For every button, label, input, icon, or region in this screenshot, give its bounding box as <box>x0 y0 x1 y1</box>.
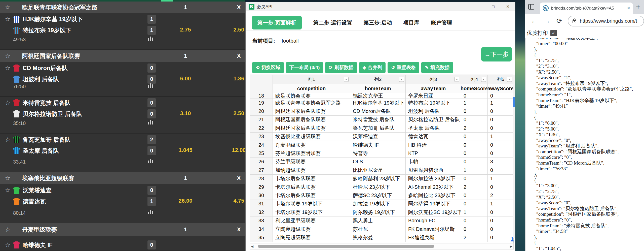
row-number: 22 <box>250 124 273 132</box>
home-team-name: 沃莱塔迪查 <box>23 186 52 194</box>
away-score: 1 <box>147 26 156 35</box>
favorite-star-icon[interactable]: ☆ <box>5 175 11 181</box>
match-row: ☆鲁瓦芝加哥 后备队2圣太摩 后备队01.04512.0033:41 <box>0 134 245 172</box>
toolbar-button-切换区域[interactable]: ⟲切换区域 <box>252 62 284 73</box>
corner-cell <box>250 75 273 84</box>
filter-dropdown-icon[interactable]: ▾ <box>399 77 404 82</box>
toolbar-button-刷新数据[interactable]: ⟳刷新数据 <box>325 62 357 73</box>
toolbar-button-重置表格[interactable]: ↺重置表格 <box>388 62 419 73</box>
close-button[interactable]: ✕ <box>501 2 515 11</box>
json-line: ″awayTeam″: ″特拉布宗 19岁以下″, <box>532 81 644 86</box>
table-cell: 0 <box>461 107 488 115</box>
table-cell: 0 <box>461 93 488 99</box>
toolbar-button-合并列[interactable]: ◈合并列 <box>359 62 386 73</box>
home-jersey-icon <box>13 136 20 143</box>
tab-第二步:运行设置[interactable]: 第二步:运行设置 <box>313 19 352 26</box>
odds-column-header-x: X <box>226 53 245 59</box>
tab-list-icon[interactable] <box>528 4 534 10</box>
current-project-row: 当前项目: football <box>252 36 299 45</box>
tab-项目库[interactable]: 项目库 <box>403 19 419 26</box>
column-divider <box>160 184 160 223</box>
next-step-button[interactable]: →下一步 <box>481 47 512 61</box>
odds-1-button[interactable]: 2.75 <box>170 26 201 33</box>
league-title: 丹麦甲级联赛 <box>22 226 57 233</box>
filter-dropdown-icon[interactable]: ▾ <box>507 77 512 82</box>
json-line: ″1″: ″1.045″, <box>532 246 644 251</box>
stats-bars-icon[interactable] <box>148 83 153 88</box>
stats-bars-icon[interactable] <box>148 120 153 124</box>
vertical-scroll-thumb[interactable] <box>513 97 515 107</box>
table-vertical-scrollbar[interactable] <box>513 75 515 238</box>
odds-x-button[interactable]: 1.36 <box>226 75 245 82</box>
table-cell: 贝尔格拉诺防卫 后备队 <box>406 116 461 124</box>
home-score: 2 <box>147 135 156 144</box>
odds-1-button[interactable]: 1.045 <box>170 147 201 153</box>
address-bar[interactable]: https://www.bringds.com/t <box>568 16 644 26</box>
odds-x-button[interactable]: 2.50 <box>226 26 245 33</box>
toolbar-button-下一布局 (3/4)[interactable]: 下一布局 (3/4) <box>286 62 323 73</box>
maximize-button[interactable]: □ <box>486 2 501 11</box>
table-cell: 辛罗米日亚 <box>406 93 461 99</box>
stats-bars-icon[interactable] <box>148 210 153 214</box>
odds-x-button[interactable]: 4.75 <box>226 198 245 204</box>
odds-x-button[interactable]: 2.50 <box>226 110 245 117</box>
odds-1-button[interactable]: 26.00 <box>170 198 201 204</box>
minimize-button[interactable]: — <box>471 2 486 11</box>
forward-icon[interactable]: → <box>544 17 550 25</box>
league-header-row: ☆欧足联青年联赛协会冠军之路1X <box>0 2 245 13</box>
home-score: 0 <box>147 98 156 107</box>
browser-tab[interactable]: W bringds.com/tableX/data?key=A5 ✕ <box>540 3 633 14</box>
scroll-left-arrow-icon[interactable]: ◀ <box>250 244 254 248</box>
table-horizontal-scrollbar[interactable]: ◀ ▶ <box>250 243 514 249</box>
stats-bars-icon[interactable] <box>148 36 153 41</box>
match-row: ☆沃莱塔迪查0德雷达瓦126.004.7580:14 <box>0 184 245 223</box>
pagination-page-1[interactable]: 1 <box>511 236 514 242</box>
app-icon: B <box>249 4 254 10</box>
match-timer: 49:53 <box>13 37 26 43</box>
horizontal-scroll-thumb[interactable] <box>258 245 434 248</box>
table-cell: 1 <box>461 208 488 216</box>
window-titlebar[interactable]: B 必灵API — □ ✕ <box>246 2 515 11</box>
odds-x-button[interactable]: 12.00 <box>226 147 245 153</box>
odds-1-button[interactable]: 6.00 <box>170 75 201 82</box>
table-cell: 0 <box>488 107 513 115</box>
new-tab-button[interactable]: + <box>636 3 640 11</box>
scroll-right-arrow-icon[interactable]: ▶ <box>509 244 513 248</box>
toolbar-button-填充数据[interactable]: ✎填充数据 <box>421 62 453 73</box>
tab-第一步:页面解析[interactable]: 第一步:页面解析 <box>252 16 302 29</box>
filter-dropdown-icon[interactable]: ▾ <box>454 77 459 82</box>
table-cell: 1 <box>488 133 513 141</box>
table-cell: 2 <box>461 124 488 132</box>
filter-dropdown-icon[interactable]: ▾ <box>481 77 486 82</box>
league-header-row: ☆阿根廷国家后备队联赛1X <box>0 50 245 62</box>
table-cell: 比比亚尼金星 <box>350 166 406 174</box>
json-line: ″awayScore″: ″1″, <box>532 75 644 81</box>
home-team-name: HJK赫尔辛基 19岁以下 <box>23 15 83 23</box>
table-cell: 多哈阿赫利 23岁以下 <box>350 175 406 183</box>
json-line: ″X″: ″1.36″, <box>532 132 644 138</box>
horizontal-scroll-track[interactable] <box>254 245 509 248</box>
table-cell: 阿尔沃克拉SC 19岁以下 <box>406 208 461 216</box>
favorite-star-icon[interactable]: ☆ <box>5 4 11 10</box>
favorite-star-icon[interactable]: ☆ <box>5 226 11 233</box>
table-cell: 0 <box>488 116 513 124</box>
close-tab-icon[interactable]: ✕ <box>627 6 630 11</box>
favorite-star-icon[interactable]: ☆ <box>5 52 11 59</box>
json-line: ″competition″: ″阿根廷国家后备队联赛″, <box>532 211 644 217</box>
table-cell: 特拉布宗 19岁以下 <box>406 99 461 107</box>
table-cell: 阿尔加拉法 23岁以下 <box>406 175 461 183</box>
quality-print-checkbox[interactable]: ✓ <box>550 30 557 36</box>
toolbar-button-icon: ↺ <box>391 65 395 70</box>
back-icon[interactable]: ← <box>531 17 538 25</box>
reload-icon[interactable]: ⟳ <box>556 17 562 25</box>
json-line: ″awayScore″: ″0″, <box>532 138 644 143</box>
odds-1-button[interactable]: 3.10 <box>170 110 201 117</box>
table-row: 21阿根廷国家后备队联赛米特雷竞技 后备队贝尔格拉诺防卫 后备队00 <box>250 116 513 124</box>
away-team-name: 特拉布宗 19岁以下 <box>23 26 71 34</box>
tab-账户管理[interactable]: 账户管理 <box>431 19 452 26</box>
stats-bars-icon[interactable] <box>148 159 153 163</box>
window-title: 必灵API <box>257 4 272 10</box>
filter-dropdown-icon[interactable]: ▾ <box>344 77 349 82</box>
table-cell: 卡塔尔后备队联赛 <box>273 175 350 183</box>
tab-第三步:启动[interactable]: 第三步:启动 <box>364 19 392 26</box>
